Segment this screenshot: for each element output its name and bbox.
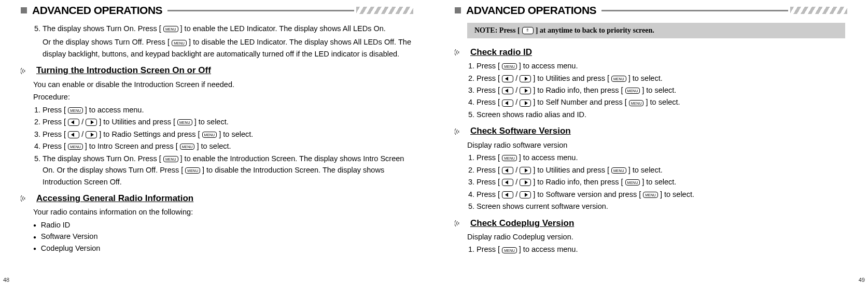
heading-text: Accessing General Radio Information (36, 192, 193, 205)
list-item: Codeplug Version (33, 243, 411, 254)
bullet-square-icon (455, 7, 461, 13)
text: Press [ (477, 153, 500, 162)
signal-icon (455, 48, 465, 56)
list-item: Press [ / ] to Software version and pres… (477, 189, 845, 200)
list-item: Software Version (33, 231, 411, 242)
subheading-general-info: Accessing General Radio Information (33, 192, 411, 205)
text: ] to enable the LED Indicator. The displ… (180, 24, 386, 33)
text: Press [ (43, 118, 66, 126)
heading-text: Turning the Introduction Screen On or Of… (36, 64, 211, 77)
section-header-left: ADVANCED OPERATIONS (21, 4, 413, 17)
list-item: Press [ / ] to Radio Settings and press … (43, 129, 411, 140)
list-item: Press [ / ] to Radio info, then press [ … (477, 176, 845, 188)
heading-text: Check Software Version (470, 124, 571, 138)
text: ] to select. (194, 118, 229, 126)
text: Or the display shows Turn Off. Press [ (43, 38, 170, 46)
text: ] to select. (642, 86, 676, 94)
text: Display radio Codeplug version. (467, 231, 845, 243)
right-arrow-key-icon (520, 87, 531, 94)
menu-key-icon: MENU (68, 107, 83, 113)
right-arrow-key-icon (86, 119, 97, 126)
text: ] to Utilities and press [ (533, 166, 609, 174)
list-item: Press [ / ] to Utilities and press [ MEN… (477, 73, 845, 84)
text: ] to access menu. (519, 62, 578, 70)
heading-text: Check Codeplug Version (470, 217, 574, 230)
bullet-square-icon (21, 7, 27, 13)
list-item: Press [ MENU ] to Intro Screen and press… (43, 140, 411, 152)
page-number: 49 (859, 277, 865, 283)
list-item: Screen shows current software version. (477, 201, 845, 212)
text: ] to access menu. (519, 153, 578, 162)
menu-key-icon: MENU (172, 40, 187, 46)
text: Press [ (477, 86, 500, 94)
text: Press [ (477, 166, 500, 174)
heading-text: Check radio ID (470, 46, 532, 59)
text: ] to access menu. (85, 106, 144, 114)
left-arrow-key-icon (68, 119, 79, 126)
codeplug-steps: Press [ MENU ] to access menu. (467, 244, 845, 255)
text: Press [ (477, 178, 500, 186)
page-49: ADVANCED OPERATIONS NOTE: Press [ ⇑ ] at… (434, 0, 868, 285)
text: Codeplug Version (41, 244, 100, 252)
signal-icon (21, 67, 31, 75)
text: Press [ (477, 74, 500, 82)
right-arrow-key-icon (520, 75, 531, 82)
text: You can enable or disable the Introducti… (33, 79, 411, 90)
left-arrow-key-icon (502, 87, 513, 94)
text: ] to select. (628, 74, 663, 82)
list-item: Press [ / ] to Utilities and press [ MEN… (477, 164, 845, 176)
menu-key-icon: MENU (502, 63, 517, 69)
text: ] to select. (628, 166, 663, 174)
text: The display shows Turn On. Press [ (43, 154, 161, 163)
text: ] to Self Number and press [ (533, 98, 627, 106)
text: Press [ (477, 245, 500, 253)
left-arrow-key-icon (502, 191, 513, 198)
list-item: Press [ / ] to Utilities and press [ MEN… (43, 116, 411, 127)
left-arrow-key-icon (502, 99, 513, 107)
left-arrow-key-icon (502, 75, 513, 82)
text: Your radio contains information on the f… (33, 206, 411, 218)
page-title: ADVANCED OPERATIONS (32, 4, 162, 17)
header-line (167, 10, 354, 11)
subheading-check-software: Check Software Version (467, 124, 845, 138)
list-item: Press [ / ] to Self Number and press [ M… (477, 96, 845, 108)
right-arrow-key-icon (520, 179, 531, 186)
signal-icon (21, 194, 31, 203)
note-text-b: ] at anytime to back to priority screen. (536, 25, 654, 36)
list-item: Press [ MENU ] to access menu. (477, 60, 845, 72)
left-arrow-key-icon (68, 131, 79, 138)
text: ] to access menu. (519, 245, 578, 253)
text: ] to select. (660, 190, 694, 198)
menu-key-icon: MENU (629, 100, 644, 106)
right-arrow-key-icon (520, 191, 531, 198)
menu-key-icon: MENU (611, 76, 626, 82)
text: ] to select. (197, 142, 231, 150)
menu-key-icon: MENU (502, 247, 517, 253)
menu-key-icon: MENU (625, 179, 640, 186)
menu-key-icon: MENU (611, 167, 626, 174)
back-key-icon: ⇑ (522, 27, 534, 34)
right-arrow-key-icon (520, 167, 531, 174)
menu-key-icon: MENU (163, 156, 178, 162)
text: ] to select. (642, 178, 676, 186)
list-item: Screen shows radio alias and ID. (477, 109, 845, 120)
menu-key-icon: MENU (163, 26, 178, 32)
led-steps: The display shows Turn On. Press [ MENU … (33, 23, 411, 60)
right-arrow-key-icon (86, 131, 97, 138)
list-item: The display shows Turn On. Press [ MENU … (43, 153, 411, 188)
text: Press [ (43, 106, 66, 114)
note-text-a: NOTE: Press [ (474, 25, 520, 36)
text: ] to select. (646, 98, 680, 106)
text: Software Version (41, 232, 98, 240)
text: ] to select. (219, 130, 253, 138)
text: ] to Radio Settings and press [ (99, 130, 200, 138)
note-box: NOTE: Press [ ⇑ ] at anytime to back to … (467, 23, 845, 38)
text: ] to Radio info, then press [ (533, 178, 623, 186)
left-content: The display shows Turn On. Press [ MENU … (21, 23, 413, 254)
text: Display radio software version (467, 139, 845, 151)
menu-key-icon: MENU (625, 88, 640, 94)
intro-steps: Press [ MENU ] to access menu. Press [ /… (33, 104, 411, 188)
left-arrow-key-icon (502, 167, 513, 174)
text: Radio ID (41, 221, 70, 229)
text: ] to Software version and press [ (533, 190, 641, 198)
